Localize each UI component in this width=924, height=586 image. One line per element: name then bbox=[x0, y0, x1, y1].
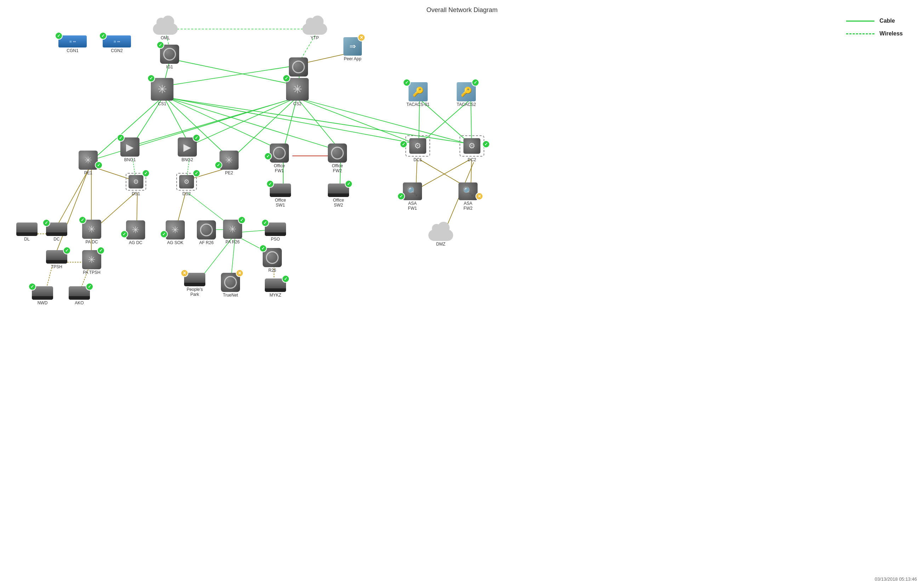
afr26-label: AF R26 bbox=[199, 240, 214, 245]
svg-line-23 bbox=[299, 98, 471, 144]
cs2-label: CS2 bbox=[293, 101, 301, 106]
pe2-label: PE2 bbox=[225, 171, 233, 175]
asafw2-icon: 🔍 bbox=[459, 182, 478, 200]
tpsh-status: ✓ bbox=[63, 247, 71, 254]
ds2-status: ✓ bbox=[193, 169, 200, 177]
officefw2-label: OfficeFW2 bbox=[332, 163, 343, 173]
officesw1-label: OfficeSW1 bbox=[275, 198, 286, 208]
truenet-label: TrueNet bbox=[223, 293, 238, 298]
dl-label: DL bbox=[24, 237, 30, 242]
par26-status: ✓ bbox=[238, 216, 246, 224]
asafw1-icon: 🔍 bbox=[403, 182, 422, 200]
bng1-status: ✓ bbox=[117, 134, 125, 142]
node-mykz: ✓ MYKZ bbox=[265, 278, 286, 298]
node-bng1: ✓ BNG1 bbox=[120, 137, 140, 162]
svg-line-11 bbox=[167, 98, 230, 159]
ig1-status: ✓ bbox=[157, 41, 164, 49]
node-padc: ✓ PA DC bbox=[82, 220, 101, 245]
agsok-label: AG SOK bbox=[167, 240, 183, 245]
dmz-icon bbox=[428, 223, 453, 241]
cgn2-status: ✓ bbox=[99, 32, 107, 40]
mykz-status: ✓ bbox=[282, 275, 290, 283]
node-ytp: YTP bbox=[302, 17, 327, 40]
node-peerapp: ✕ ⇒ Peer App bbox=[343, 37, 362, 61]
pso-status: ✓ bbox=[261, 219, 269, 227]
truenet-status: ✕ bbox=[236, 269, 244, 277]
node-cgn2: ✓ ⊞ ≡≡ CGN2 bbox=[103, 35, 131, 53]
agsok-icon bbox=[166, 220, 185, 240]
node-ig1: ✓ IG1 bbox=[160, 45, 179, 70]
svg-line-5 bbox=[167, 66, 297, 86]
bng2-status: ✓ bbox=[193, 134, 200, 142]
node-ds1: ✓ ⚙ DS1 bbox=[126, 173, 146, 196]
ig2-icon bbox=[289, 57, 308, 76]
node-oml: OML bbox=[153, 17, 178, 40]
peoplespark-status: ✕ bbox=[181, 269, 188, 277]
officesw1-status: ✓ bbox=[266, 180, 274, 188]
dc1-status: ✓ bbox=[400, 140, 408, 148]
ig1-label: IG1 bbox=[166, 65, 173, 70]
node-dmz: DMZ bbox=[428, 223, 453, 247]
dl-icon bbox=[16, 222, 38, 236]
legend: Cable Wireless bbox=[846, 18, 903, 37]
par26-label: PA R26 bbox=[226, 240, 240, 245]
asafw2-status: ✕ bbox=[475, 192, 483, 200]
node-tpsh: TPSH ✓ bbox=[46, 250, 67, 269]
pe1-icon bbox=[79, 151, 98, 170]
tacacs01-icon: 🔑 bbox=[409, 82, 428, 101]
wireless-label: Wireless bbox=[879, 30, 903, 37]
tpsh-label: TPSH bbox=[51, 264, 62, 269]
dc-switch-status: ✓ bbox=[43, 219, 50, 227]
svg-line-4 bbox=[173, 60, 295, 85]
wireless-line-icon bbox=[846, 33, 874, 34]
peerapp-status: ✕ bbox=[358, 34, 365, 41]
nwd-label: NWD bbox=[38, 300, 48, 305]
asafw2-label: ASAFW2 bbox=[464, 201, 472, 211]
node-afr26: AF R26 bbox=[197, 220, 216, 245]
ako-label: AKO bbox=[75, 300, 84, 305]
r26-status: ✓ bbox=[259, 245, 267, 252]
patpsh-status: ✓ bbox=[97, 247, 105, 254]
legend-cable: Cable bbox=[846, 18, 903, 24]
cgn2-label: CGN2 bbox=[111, 48, 122, 53]
asafw1-status: ✓ bbox=[397, 192, 405, 200]
page-title: Overall Network Diagram bbox=[426, 7, 497, 14]
cable-label: Cable bbox=[879, 18, 895, 24]
node-officesw2: ✓ OfficeSW2 bbox=[328, 184, 349, 208]
node-r26: ✓ R26 bbox=[263, 248, 282, 273]
svg-line-20 bbox=[283, 98, 297, 151]
dc2-icon: ⚙ bbox=[460, 135, 484, 157]
ds2-label: DS2 bbox=[182, 191, 190, 196]
agdc-status: ✓ bbox=[120, 230, 128, 238]
cs1-status: ✓ bbox=[147, 74, 155, 82]
node-cs1: ✓ CS1 bbox=[151, 78, 173, 106]
node-pe1: PE1 ✓ bbox=[79, 151, 98, 175]
node-asafw1: ✓ 🔍 ASAFW1 bbox=[403, 182, 422, 211]
cloud-ytp-icon bbox=[302, 17, 327, 35]
node-dc2: ✓ ⚙ DC2 bbox=[460, 135, 484, 162]
peerapp-label: Peer App bbox=[344, 56, 361, 61]
dc-switch-label: DC bbox=[53, 237, 59, 242]
node-peoplespark: ✕ People'sPark bbox=[184, 273, 205, 297]
cs2-status: ✓ bbox=[282, 74, 290, 82]
node-agsok: AG SOK ✓ bbox=[166, 220, 185, 245]
node-officefw2: OfficeFW2 bbox=[328, 144, 347, 173]
pe1-status: ✓ bbox=[95, 161, 103, 169]
ds1-label: DS1 bbox=[132, 191, 140, 196]
node-ako: ✓ AKO bbox=[69, 286, 90, 305]
padc-status: ✓ bbox=[79, 216, 86, 224]
node-pso: ✓ PSO bbox=[265, 222, 286, 242]
timestamp: 03/13/2018 05:13:46 bbox=[875, 576, 917, 582]
svg-line-18 bbox=[190, 98, 295, 145]
node-bng2: ✓ BNG2 bbox=[178, 137, 197, 162]
node-cs2: ✓ CS2 bbox=[286, 78, 309, 106]
officefw1-label: OfficeFW1 bbox=[274, 163, 285, 173]
node-cgn1: ✓ ⊞ ≡≡ CGN1 bbox=[58, 35, 87, 53]
ytp-label: YTP bbox=[310, 35, 318, 40]
bng1-label: BNG1 bbox=[124, 157, 136, 162]
agdc-label: AG DC bbox=[129, 240, 142, 245]
node-agdc: AG DC ✓ bbox=[126, 220, 145, 245]
node-asafw2: ✕ 🔍 ASAFW2 bbox=[459, 182, 478, 211]
pe1-label: PE1 bbox=[84, 171, 92, 175]
cs2-icon bbox=[286, 78, 309, 101]
